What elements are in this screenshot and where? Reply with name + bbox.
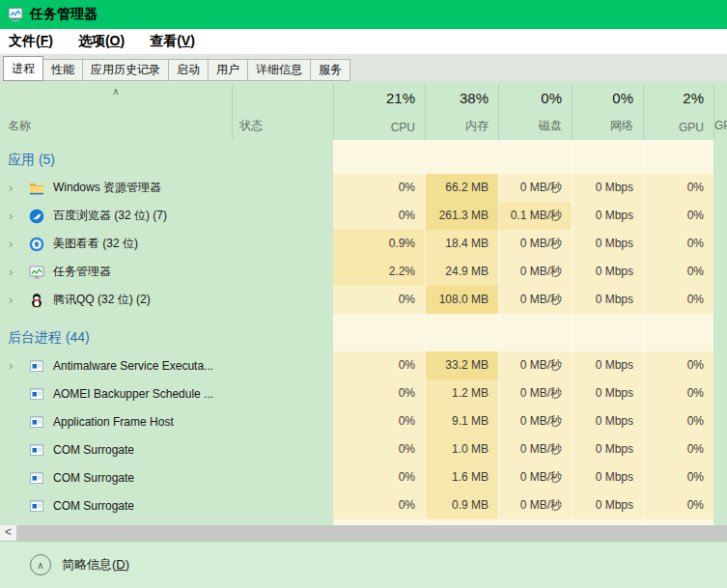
expand-chevron-icon[interactable]: › [9,237,29,251]
scroll-left-button[interactable]: < [0,525,16,541]
horizontal-scrollbar-thumb[interactable] [16,525,727,541]
cell-net: 0 Mbps [572,202,643,230]
cell-disk: 0 MB/秒 [498,407,572,435]
column-divider [333,84,334,140]
cell-name: AOMEI Backupper Schedule ... [0,379,232,407]
cell-status [232,379,333,407]
column-total-gpu: 2% [683,90,704,106]
column-header-cpu[interactable]: 21%CPU [333,81,425,140]
process-row[interactable]: COM Surrogate0%0.9 MB0 MB/秒0 Mbps0% [0,491,727,519]
chevron-up-circle-icon: ∧ [30,554,51,575]
cell-gpu: 0% [643,351,713,379]
column-total-cpu: 21% [386,90,415,106]
window-title: 任务管理器 [30,6,98,23]
cell-net: 0 Mbps [572,379,643,407]
cell-status [232,258,333,286]
process-name: AOMEI Backupper Schedule ... [53,387,213,401]
cell-status [232,202,333,230]
cell-gpu: 0% [643,435,713,463]
cell-net: 0 Mbps [572,286,643,314]
tab-app-history[interactable]: 应用历史记录 [82,59,168,81]
process-row[interactable]: ›任务管理器2.2%24.9 MB0 MB/秒0 Mbps0% [0,258,727,286]
cell-net: 0 Mbps [572,351,643,379]
expand-chevron-icon[interactable]: › [9,358,29,373]
tab-services[interactable]: 服务 [310,59,350,81]
group-header-background-processes[interactable]: 后台进程 (44) [0,323,727,351]
cell-cpu: 2.2% [333,258,425,286]
tab-processes[interactable]: 进程 [3,56,43,81]
horizontal-scrollbar[interactable]: < [0,525,727,541]
column-divider [498,84,499,140]
menu-item-options[interactable]: 选项(O) [78,33,125,50]
process-row[interactable]: Application Frame Host0%9.1 MB0 MB/秒0 Mb… [0,407,727,435]
process-row[interactable]: AOMEI Backupper Schedule ...0%1.2 MB0 MB… [0,379,727,407]
cell-mem: 261.3 MB [425,202,498,230]
menu-item-label: 文件( [9,33,41,48]
column-divider [643,84,644,140]
cell-mem: 66.2 MB [425,174,498,202]
tab-performance[interactable]: 性能 [42,59,82,81]
process-name: COM Surrogate [53,443,134,457]
task-manager-app-icon [8,7,23,22]
cell-name: ›腾讯QQ (32 位) (2) [0,286,232,314]
process-row[interactable]: ›百度浏览器 (32 位) (7)0%261.3 MB0.1 MB/秒0 Mbp… [0,202,727,230]
expand-chevron-icon[interactable]: › [9,265,29,279]
cell-cpu: 0% [333,463,425,491]
cell-name: Application Frame Host [0,407,232,435]
group-header-apps[interactable]: 应用 (5) [0,146,727,174]
menu-item-label: 选项( [78,33,110,48]
cell-disk: 0 MB/秒 [498,286,572,314]
column-header-mem[interactable]: 38%内存 [425,81,498,140]
cell-disk: 0 MB/秒 [498,435,572,463]
cell-status [232,286,333,314]
column-total-net: 0% [612,90,633,106]
expand-chevron-icon[interactable]: › [9,293,29,307]
column-header-status[interactable]: 状态 [239,118,263,134]
cell-disk: 0 MB/秒 [498,174,572,202]
tab-users[interactable]: 用户 [208,59,247,81]
cell-mem: 9.1 MB [425,407,498,435]
process-row[interactable]: ›Antimalware Service Executa...0%33.2 MB… [0,351,727,379]
cell-status [232,230,333,258]
tab-details[interactable]: 详细信息 [247,59,310,81]
cell-mem: 1.0 MB [425,435,498,463]
cell-name: ›Windows 资源管理器 [0,174,232,202]
generic-icon [29,386,44,402]
column-header-disk[interactable]: 0%磁盘 [498,81,572,140]
process-row[interactable]: ›Windows 资源管理器0%66.2 MB0 MB/秒0 Mbps0% [0,174,727,202]
cell-mem: 108.0 MB [425,286,498,314]
cell-net: 0 Mbps [572,258,643,286]
sort-ascending-icon: ∧ [0,86,232,97]
meitu-icon [29,237,44,252]
column-header-net[interactable]: 0%网络 [572,81,643,140]
menu-bar: 文件(F)选项(O)查看(V) [0,29,727,54]
expand-chevron-icon[interactable]: › [9,209,29,223]
cell-status [232,491,333,519]
fewer-details-button[interactable]: ∧ 简略信息(D) [30,554,129,575]
process-row[interactable]: ›腾讯QQ (32 位) (2)0%108.0 MB0 MB/秒0 Mbps0% [0,286,727,314]
process-name: Windows 资源管理器 [53,180,161,196]
process-row[interactable]: ›美图看看 (32 位)0.9%18.4 MB0 MB/秒0 Mbps0% [0,230,727,258]
cell-gpu: 0% [643,491,713,519]
usage-column-headers: 21%CPU38%内存0%磁盘0%网络2%GPU [333,81,713,140]
cell-gpu: 0% [643,258,713,286]
cell-net: 0 Mbps [572,407,643,435]
cell-cpu: 0% [333,379,425,407]
menu-item-mnemonic: O [110,33,121,48]
column-total-disk: 0% [541,90,562,106]
column-header-name[interactable]: 名称 [8,118,31,134]
process-row[interactable]: COM Surrogate0%1.0 MB0 MB/秒0 Mbps0% [0,435,727,463]
column-header-gpu[interactable]: 2%GPU [643,81,713,140]
menu-item-label: ) [190,33,195,48]
cell-disk: 0 MB/秒 [498,491,572,519]
process-row[interactable]: COM Surrogate0%1.6 MB0 MB/秒0 Mbps0% [0,463,727,491]
column-header-gpu-engine[interactable]: GPU 引擎 [714,118,727,134]
generic-icon [29,470,44,486]
cell-net: 0 Mbps [572,435,643,463]
menu-item-file[interactable]: 文件(F) [9,33,53,50]
menu-item-view[interactable]: 查看(V) [150,33,195,50]
menu-item-label: ) [120,33,125,48]
process-name: 腾讯QQ (32 位) (2) [53,292,151,308]
tab-startup[interactable]: 启动 [168,59,208,81]
expand-chevron-icon[interactable]: › [9,181,29,195]
